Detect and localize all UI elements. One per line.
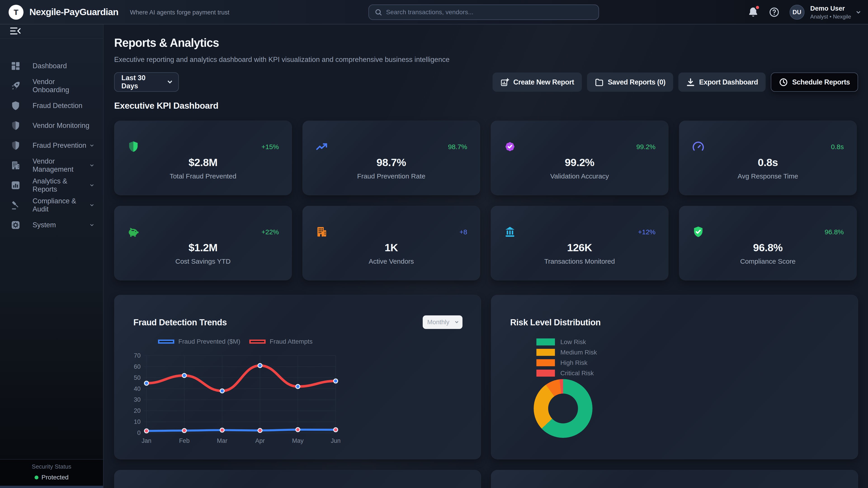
legend-item[interactable]: Medium Risk: [536, 349, 597, 356]
legend-label: Critical Risk: [560, 369, 594, 377]
kpi-value: 126K: [491, 241, 668, 254]
sidebar-item-label: Analytics & Reports: [33, 177, 91, 193]
chart-box-icon: [10, 180, 21, 191]
svg-text:20: 20: [134, 408, 141, 414]
kpi-trend-badge: 96.8%: [825, 228, 844, 236]
kpi-card-total-fraud-prevented: +15% $2.8M Total Fraud Prevented: [114, 121, 292, 195]
sidebar-item-vendor-onboarding[interactable]: Vendor Onboarding: [0, 76, 103, 96]
trend-chart-legend: Fraud Prevented ($M) Fraud Attempts: [128, 338, 343, 345]
risk-chart-title: Risk Level Distribution: [510, 318, 600, 327]
sidebar-item-label: Fraud Detection: [33, 102, 93, 110]
period-select[interactable]: Monthly: [423, 315, 463, 329]
saved-reports-0-button[interactable]: Saved Reports (0): [587, 72, 673, 92]
chevron-down-icon: [90, 223, 94, 226]
kpi-value: $1.2M: [114, 241, 291, 254]
sidebar-item-label: Fraud Prevention: [33, 141, 91, 150]
legend-swatch: [158, 339, 174, 344]
svg-text:70: 70: [134, 352, 141, 359]
shield-check-icon: [692, 225, 705, 238]
chevron-down-icon: [90, 143, 94, 147]
app-logo: T: [8, 5, 24, 20]
shield-icon: [10, 101, 21, 111]
trending-up-icon: [315, 140, 328, 153]
kpi-label: Fraud Prevention Rate: [303, 172, 480, 180]
kpi-shield-icon: [127, 140, 140, 153]
legend-item[interactable]: Critical Risk: [536, 369, 597, 377]
sidebar-item-fraud-prevention[interactable]: Fraud Prevention: [0, 135, 103, 156]
sidebar-item-label: Vendor Management: [33, 157, 91, 173]
app-title: Nexgile-PayGuardian: [29, 7, 118, 18]
chevron-down-icon: [455, 320, 459, 324]
sidebar: Dashboard Vendor Onboarding Fraud Detect…: [0, 24, 103, 488]
app-header: T Nexgile-PayGuardian Where AI agents fo…: [0, 0, 868, 24]
period-select-value: Monthly: [427, 319, 452, 326]
sidebar-item-vendor-monitoring[interactable]: Vendor Monitoring: [0, 116, 103, 135]
date-range-value: Last 30 Days: [121, 74, 162, 90]
svg-text:10: 10: [134, 418, 141, 425]
sidebar-item-label: Dashboard: [33, 62, 93, 70]
kpi-value: 96.8%: [679, 241, 857, 254]
piggy-bank-icon: [127, 225, 140, 238]
svg-text:May: May: [292, 437, 304, 444]
help-icon: [769, 14, 780, 18]
kpi-grid: +15% $2.8M Total Fraud Prevented 98.7% 9…: [114, 121, 857, 281]
sidebar-item-label: Compliance & Audit: [33, 197, 91, 213]
svg-text:0: 0: [137, 429, 141, 436]
download-icon: [686, 78, 695, 87]
actions-toolbar: Create New Report Saved Reports (0) Expo…: [493, 72, 858, 92]
search-input[interactable]: [386, 8, 593, 16]
sidebar-item-compliance-audit[interactable]: Compliance & Audit: [0, 195, 103, 215]
app-tagline: Where AI agents forge payment trust: [130, 9, 229, 16]
rocket-icon: [10, 80, 21, 91]
user-menu[interactable]: DU Demo User Analyst • Nexgile: [789, 5, 860, 20]
main-content: Reports & Analytics Executive reporting …: [103, 24, 868, 488]
building-icon: [315, 225, 328, 238]
sidebar-collapse-button[interactable]: [9, 26, 22, 37]
sidebar-item-analytics-reports[interactable]: Analytics & Reports: [0, 175, 103, 195]
building-icon: [10, 160, 21, 170]
sidebar-item-label: System: [33, 221, 91, 229]
sidebar-item-dashboard[interactable]: Dashboard: [0, 56, 103, 76]
kpi-label: Active Vendors: [303, 258, 480, 265]
sidebar-item-vendor-management[interactable]: Vendor Management: [0, 156, 103, 175]
svg-text:Feb: Feb: [179, 437, 190, 444]
security-status-value: Protected: [41, 474, 69, 481]
kpi-card-cost-savings-ytd: +22% $1.2M Cost Savings YTD: [114, 206, 292, 281]
svg-text:Mar: Mar: [217, 437, 228, 444]
user-name: Demo User: [810, 5, 851, 12]
status-dot-icon: [35, 476, 38, 480]
legend-item[interactable]: Fraud Attempts: [249, 338, 313, 345]
shield-half-icon: [10, 121, 21, 131]
svg-text:Jan: Jan: [142, 437, 151, 444]
legend-item[interactable]: Low Risk: [536, 338, 597, 346]
sidebar-nav: Dashboard Vendor Onboarding Fraud Detect…: [0, 39, 103, 235]
bottom-strip: [0, 486, 103, 488]
section-heading: Executive KPI Dashboard: [114, 101, 218, 111]
schedule-reports-button[interactable]: Schedule Reports: [771, 72, 858, 92]
export-dashboard-button[interactable]: Export Dashboard: [678, 72, 766, 92]
chart-plus-icon: [500, 78, 509, 87]
avatar: DU: [789, 5, 804, 20]
create-new-report-button[interactable]: Create New Report: [493, 72, 582, 92]
kpi-label: Transactions Monitored: [491, 258, 668, 265]
legend-item[interactable]: High Risk: [536, 359, 597, 366]
gavel-icon: [10, 200, 21, 210]
notifications-button[interactable]: [747, 6, 759, 18]
trend-chart-canvas: 010203040506070JanFebMarAprMayJun: [121, 350, 365, 456]
kpi-trend-badge: 98.7%: [448, 143, 467, 151]
kpi-card-transactions-monitored: +12% 126K Transactions Monitored: [491, 206, 669, 281]
search-icon: [374, 8, 382, 16]
kpi-card-validation-accuracy: 99.2% 99.2% Validation Accuracy: [491, 121, 669, 195]
verified-badge-icon: [504, 140, 516, 153]
legend-swatch: [536, 369, 555, 377]
kpi-value: 1K: [303, 241, 480, 254]
legend-label: Fraud Attempts: [270, 338, 313, 345]
svg-text:Jun: Jun: [331, 437, 341, 444]
sidebar-item-fraud-detection[interactable]: Fraud Detection: [0, 96, 103, 116]
sidebar-item-system[interactable]: System: [0, 215, 103, 235]
date-range-select[interactable]: Last 30 Days: [114, 72, 179, 92]
help-button[interactable]: [769, 7, 780, 18]
global-search[interactable]: [368, 4, 599, 20]
kpi-label: Avg Response Time: [679, 172, 857, 180]
legend-item[interactable]: Fraud Prevented ($M): [158, 338, 240, 345]
